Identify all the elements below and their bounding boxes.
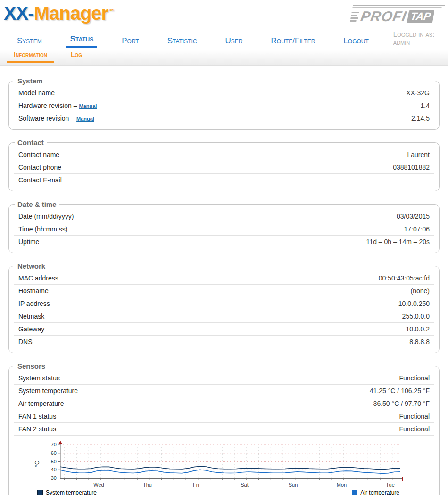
nav-tab-statistic[interactable]: Statistic — [164, 36, 201, 48]
sections: SystemModel nameXX-32GHardware revision … — [8, 77, 440, 495]
x-axis-day-label: Wed — [93, 482, 104, 487]
table-row: Contact phone0388101882 — [14, 161, 434, 174]
row-label: Air temperature — [18, 400, 64, 407]
legend-item: Air temperature — [352, 489, 399, 495]
row-value: 00:50:43:05:ac:fd — [379, 274, 430, 282]
manual-link[interactable]: Manual — [76, 116, 94, 122]
table-row: Hardware revision –Manual1.4 — [14, 99, 434, 112]
table-row: Date (mm/dd/yyyy)03/03/2015 — [14, 210, 434, 223]
x-axis-day-label: Thu — [143, 482, 152, 487]
legend-swatch-icon — [37, 490, 43, 495]
row-label: Gateway — [18, 325, 44, 333]
row-label: Hostname — [18, 287, 49, 295]
chart-svg: 3040506070°CWedThuFriSatSunMonTue — [33, 440, 411, 489]
nav-tab-user[interactable]: User — [222, 36, 247, 48]
row-value: 11d – 0h – 14m – 20s — [366, 238, 430, 246]
x-axis-day-label: Sat — [241, 482, 249, 487]
row-value: 36.50 °C / 97.70 °F — [373, 400, 430, 407]
row-value: Functional — [399, 374, 430, 382]
row-label: System temperature — [18, 387, 78, 395]
nav-tab-status[interactable]: Status — [66, 34, 98, 48]
table-row: System temperature41.25 °C / 106.25 °F — [14, 385, 434, 397]
row-value: 1.4 — [421, 102, 430, 109]
section-datetime: Date & timeDate (mm/dd/yyyy)03/03/2015Ti… — [8, 200, 440, 253]
section-legend: Network — [15, 262, 48, 270]
x-axis-day-label: Tue — [386, 482, 395, 487]
row-label: Model name — [18, 89, 55, 97]
row-label: Hardware revision –Manual — [18, 102, 97, 109]
section-legend: Contact — [15, 139, 47, 147]
row-label: FAN 2 status — [18, 425, 56, 433]
row-value: 10.0.0.250 — [398, 300, 430, 307]
row-label: MAC address — [18, 274, 58, 282]
svg-text:30: 30 — [51, 475, 57, 481]
x-axis-day-label: Mon — [337, 482, 347, 487]
nav-tab-logout[interactable]: Logout — [340, 36, 372, 48]
profitap-topline — [353, 5, 445, 6]
nav-tab-port[interactable]: Port — [118, 36, 142, 48]
svg-text:50: 50 — [51, 459, 57, 464]
table-row: Netmask255.0.0.0 — [14, 310, 434, 323]
nav-tab-route-filter[interactable]: Route/Filter — [267, 36, 319, 48]
row-label: FAN 1 status — [18, 412, 56, 420]
subnav-tab-information[interactable]: Information — [7, 50, 54, 63]
table-row: DNS8.8.8.8 — [14, 336, 434, 348]
row-label: Contact name — [18, 151, 59, 158]
table-row: FAN 1 statusFunctional — [14, 410, 434, 423]
section-contact: ContactContact nameLaurentContact phone0… — [8, 139, 440, 191]
section-legend: System — [15, 77, 45, 85]
table-row: IP address10.0.0.250 — [14, 297, 434, 310]
row-label: Contact phone — [18, 164, 61, 171]
row-value: Laurent — [407, 151, 430, 158]
section-network: NetworkMAC address00:50:43:05:ac:fdHostn… — [8, 262, 440, 353]
section-legend: Date & time — [15, 200, 59, 208]
legend-label: System temperature — [46, 489, 97, 495]
subnav-tab-log[interactable]: Log — [64, 50, 89, 61]
table-row: Gateway10.0.0.2 — [14, 323, 434, 336]
row-value: 17:07:06 — [404, 225, 430, 233]
row-value: (none) — [411, 287, 430, 295]
table-row: FAN 2 statusFunctional — [14, 423, 434, 436]
main-nav: SystemStatusPortStatisticUserRoute/Filte… — [13, 30, 448, 48]
series-line — [60, 470, 400, 473]
svg-text:40: 40 — [51, 467, 57, 472]
logo-part-orange: Manager — [34, 3, 108, 24]
legend-item: System temperature — [37, 489, 97, 495]
x-axis-day-label: Sun — [289, 482, 298, 487]
row-value: 2.14.5 — [411, 115, 430, 122]
table-row: Time (hh:mm:ss)17:07:06 — [14, 223, 434, 236]
row-value: Functional — [399, 425, 430, 433]
temperature-chart: 3040506070°CWedThuFriSatSunMonTueSystem … — [33, 440, 434, 495]
row-value: 41.25 °C / 106.25 °F — [370, 387, 430, 395]
table-row: Contact nameLaurent — [14, 148, 434, 161]
row-label: System status — [18, 374, 60, 382]
profitap-logo: PROFI TAP — [349, 5, 445, 24]
row-value: 10.0.0.2 — [406, 325, 430, 333]
logo-part-blue: XX- — [4, 3, 34, 24]
profitap-topline2 — [352, 7, 441, 8]
section-sensors: SensorsSystem statusFunctionalSystem tem… — [8, 362, 440, 495]
table-row: System statusFunctional — [14, 372, 434, 385]
row-value: 8.8.8.8 — [409, 338, 430, 346]
chart-legend: System temperatureAir temperature — [33, 489, 411, 495]
svg-text:70: 70 — [51, 442, 57, 447]
row-label: Software revision –Manual — [18, 115, 94, 122]
row-label: Netmask — [18, 313, 44, 320]
row-label: Uptime — [18, 238, 39, 246]
legend-label: Air temperature — [360, 489, 399, 495]
table-row: Model nameXX-32G — [14, 87, 434, 99]
table-row: Contact E-mail — [14, 174, 434, 186]
row-label: Time (hh:mm:ss) — [18, 225, 67, 233]
profitap-text: PROFI — [359, 9, 407, 24]
sub-nav: InformationLog — [0, 50, 448, 66]
table-row: Air temperature36.50 °C / 97.70 °F — [14, 397, 434, 410]
row-value: 255.0.0.0 — [402, 313, 430, 320]
manual-link[interactable]: Manual — [79, 103, 97, 109]
legend-swatch-icon — [352, 490, 357, 495]
section-system: SystemModel nameXX-32GHardware revision … — [8, 77, 440, 130]
row-value: Functional — [399, 412, 430, 420]
logged-in-status: Logged in as: admin — [393, 30, 440, 48]
nav-tab-system[interactable]: System — [13, 36, 46, 48]
y-axis-label: °C — [34, 461, 41, 467]
svg-text:60: 60 — [51, 450, 57, 456]
